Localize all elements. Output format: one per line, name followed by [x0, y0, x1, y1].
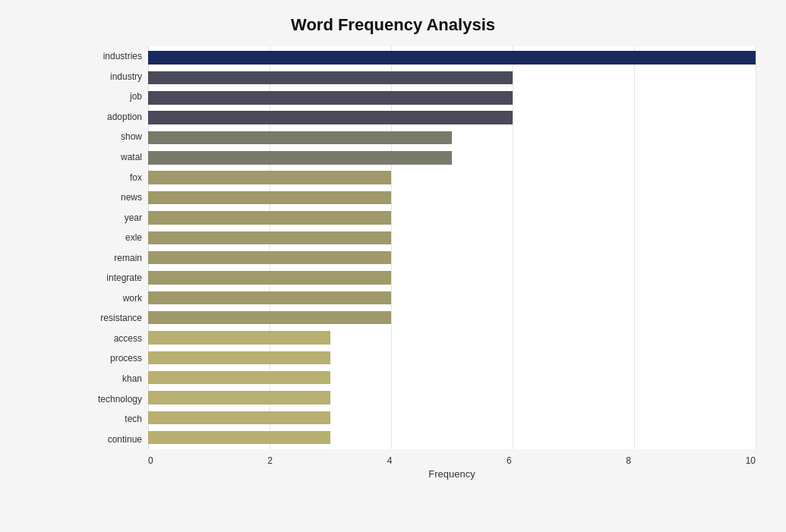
y-axis: industriesindustryjobadoptionshowwatalfo… [76, 46, 148, 449]
x-tick: 6 [507, 455, 512, 466]
bar [148, 71, 513, 85]
bar-row [148, 127, 756, 147]
bar-row [148, 68, 756, 87]
y-label: access [76, 329, 142, 349]
bar-row [148, 48, 756, 68]
bar [148, 231, 391, 245]
y-label: khan [76, 369, 142, 389]
bar-row [148, 368, 756, 388]
bar-row [148, 348, 756, 367]
y-label: adoption [76, 107, 142, 127]
y-label: work [76, 288, 142, 309]
bar-row [148, 307, 756, 327]
y-label: exle [76, 228, 142, 248]
chart-title: Word Frequency Analysis [23, 15, 763, 35]
bar-row [148, 208, 756, 228]
bar-row [148, 228, 756, 247]
bar-row [148, 168, 756, 187]
bar [148, 431, 330, 445]
grid-line-10 [756, 46, 756, 449]
bar [148, 311, 391, 325]
bar [148, 331, 330, 345]
y-label: process [76, 348, 142, 369]
y-label: tech [76, 409, 142, 430]
bar-row [148, 108, 756, 127]
y-label: news [76, 187, 142, 208]
x-tick: 8 [626, 455, 631, 466]
x-axis-label: Frequency [148, 468, 756, 480]
bar-row [148, 288, 756, 307]
y-label: industry [76, 67, 142, 87]
y-label: technology [76, 389, 142, 409]
x-tick: 0 [148, 455, 153, 466]
bar-row [148, 428, 756, 448]
bar [148, 131, 452, 145]
y-label: continue [76, 429, 142, 449]
bar-row [148, 408, 756, 427]
bar [148, 211, 391, 225]
bar-row [148, 328, 756, 348]
bar [148, 191, 391, 205]
y-label: show [76, 127, 142, 147]
x-tick: 2 [267, 455, 273, 466]
bars-container [148, 46, 756, 449]
y-label: remain [76, 247, 142, 268]
bar [148, 291, 391, 305]
bar [148, 391, 330, 405]
bar-row [148, 388, 756, 408]
bar-row [148, 268, 756, 288]
bar [148, 371, 330, 385]
bar-row [148, 187, 756, 207]
bar [148, 91, 513, 105]
bar [148, 411, 330, 425]
bar-row [148, 247, 756, 267]
bar-row [148, 88, 756, 108]
y-label: industries [76, 46, 142, 67]
y-label: job [76, 87, 142, 107]
x-tick: 4 [387, 455, 393, 466]
y-label: year [76, 207, 142, 228]
x-axis-ticks: 0246810 [148, 455, 756, 466]
x-tick: 10 [746, 455, 756, 466]
bar [148, 351, 330, 365]
bar [148, 151, 452, 165]
y-label: resistance [76, 308, 142, 329]
plot-area [148, 46, 756, 449]
bar [148, 111, 513, 124]
bar-row [148, 148, 756, 168]
bar [148, 171, 391, 184]
chart-container: Word Frequency Analysis industriesindust… [0, 0, 786, 532]
y-label: fox [76, 167, 142, 187]
bar [148, 51, 756, 65]
bar [148, 251, 391, 265]
y-label: watal [76, 147, 142, 168]
y-label: integrate [76, 268, 142, 288]
bar [148, 271, 391, 285]
